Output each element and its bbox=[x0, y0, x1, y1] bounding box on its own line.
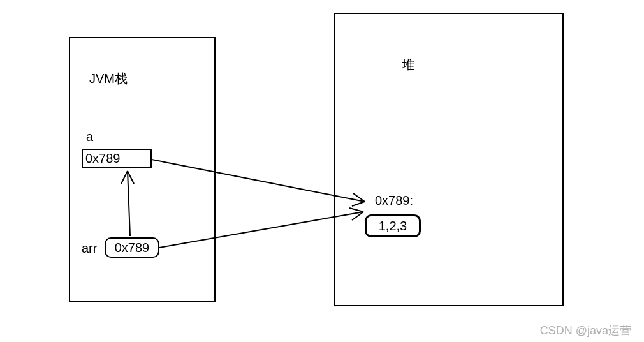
var-arr-cell: 0x789 bbox=[105, 237, 159, 258]
heap-data-value: 1,2,3 bbox=[379, 219, 407, 233]
heap-data-cell: 1,2,3 bbox=[365, 214, 421, 237]
heap-title: 堆 bbox=[402, 56, 414, 73]
heap-address-label: 0x789: bbox=[375, 193, 413, 208]
watermark: CSDN @java运营 bbox=[540, 323, 631, 338]
stack-title: JVM栈 bbox=[89, 70, 128, 87]
var-a-cell: 0x789 bbox=[82, 149, 152, 168]
var-arr-label: arr bbox=[82, 241, 97, 256]
var-a-value: 0x789 bbox=[85, 151, 121, 165]
var-a-label: a bbox=[86, 130, 93, 144]
heap-box bbox=[334, 13, 564, 306]
var-arr-value: 0x789 bbox=[115, 241, 150, 255]
